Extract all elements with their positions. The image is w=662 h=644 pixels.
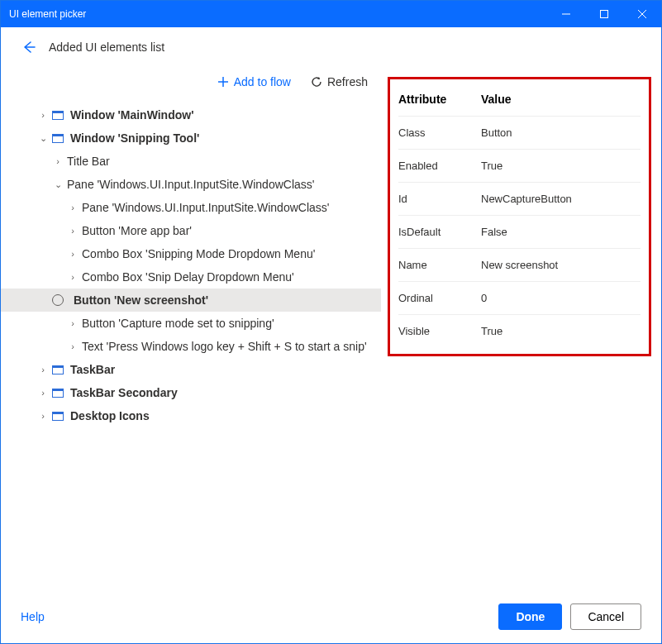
chevron-right-icon[interactable]: › — [67, 341, 79, 351]
attributes-pane: Attribute Value ClassButtonEnabledTrueId… — [381, 67, 661, 590]
tree-node[interactable]: ›Pane 'Windows.UI.Input.InputSite.Window… — [1, 196, 381, 219]
tree-node[interactable]: ›TaskBar Secondary — [1, 381, 381, 404]
header-attribute: Attribute — [398, 93, 481, 106]
tree-node-label: Desktop Icons — [70, 409, 150, 422]
tree-node[interactable]: ›TaskBar — [1, 358, 381, 381]
attribute-value: New screenshot — [481, 259, 558, 271]
cancel-button[interactable]: Cancel — [570, 603, 641, 630]
attributes-header: Attribute Value — [398, 86, 641, 116]
attributes-box: Attribute Value ClassButtonEnabledTrueId… — [388, 77, 651, 356]
attribute-value: True — [481, 160, 502, 172]
tree-node-label: Window 'Snipping Tool' — [70, 131, 199, 145]
attribute-name: Name — [398, 259, 481, 271]
tree-node-label: Title Bar — [67, 155, 110, 168]
attribute-value: 0 — [481, 292, 487, 304]
attribute-value: False — [481, 226, 507, 238]
maximize-button[interactable] — [585, 1, 623, 27]
tree-node[interactable]: Button 'New screenshot' — [1, 289, 381, 312]
add-to-flow-button[interactable]: Add to flow — [217, 75, 291, 88]
tree-node[interactable]: ›Title Bar — [1, 150, 381, 173]
tree-node-label: TaskBar Secondary — [70, 386, 178, 399]
tree-node[interactable]: ⌄Pane 'Windows.UI.Input.InputSite.Window… — [1, 173, 381, 196]
footer: Help Done Cancel — [1, 590, 661, 643]
refresh-button[interactable]: Refresh — [311, 75, 368, 88]
add-label: Add to flow — [234, 75, 291, 88]
close-button[interactable] — [623, 1, 661, 27]
attribute-row: ClassButton — [398, 116, 641, 149]
attribute-row: Ordinal0 — [398, 281, 641, 314]
tree-node-label: Combo Box 'Snip Delay Dropdown Menu' — [82, 270, 294, 284]
tree-node-label: Button 'More app bar' — [82, 224, 192, 237]
attribute-value: Button — [481, 126, 512, 139]
chevron-right-icon[interactable]: › — [67, 226, 79, 236]
chevron-right-icon[interactable]: › — [67, 318, 79, 328]
window-title: UI element picker — [9, 8, 86, 20]
tree-node-label: Button 'New screenshot' — [74, 293, 208, 307]
window-icon — [52, 111, 64, 120]
header: Added UI elements list — [1, 27, 661, 67]
minimize-button[interactable] — [547, 1, 585, 27]
attribute-row: IdNewCaptureButton — [398, 182, 641, 215]
tree-node-label: Combo Box 'Snipping Mode Dropdown Menu' — [82, 247, 315, 260]
tree-node[interactable]: ›Text 'Press Windows logo key + Shift + … — [1, 335, 381, 358]
window-icon — [52, 134, 64, 143]
attribute-value: NewCaptureButton — [481, 193, 572, 205]
tree-node-label: Text 'Press Windows logo key + Shift + S… — [82, 340, 367, 353]
attribute-row: EnabledTrue — [398, 149, 641, 182]
tree-node-label: Window 'MainWindow' — [70, 108, 194, 122]
radio-icon[interactable] — [52, 294, 64, 306]
chevron-right-icon[interactable]: › — [67, 272, 79, 282]
tree-node-label: Pane 'Windows.UI.Input.InputSite.WindowC… — [82, 201, 329, 214]
tree-node-label: Button 'Capture mode set to snipping' — [82, 317, 274, 330]
tree-node-label: Pane 'Windows.UI.Input.InputSite.WindowC… — [67, 178, 314, 191]
attribute-value: True — [481, 325, 502, 337]
header-value: Value — [481, 93, 512, 106]
page-title: Added UI elements list — [49, 41, 164, 54]
chevron-right-icon[interactable]: › — [37, 365, 49, 374]
attribute-name: Ordinal — [398, 292, 481, 304]
svg-rect-1 — [601, 11, 608, 18]
chevron-right-icon[interactable]: › — [37, 411, 49, 421]
tree-node[interactable]: ⌄Window 'Snipping Tool' — [1, 126, 381, 150]
attribute-name: Visible — [398, 325, 481, 337]
window-icon — [52, 389, 64, 398]
tree-node[interactable]: ›Button 'Capture mode set to snipping' — [1, 312, 381, 335]
back-button[interactable] — [21, 40, 36, 55]
attribute-name: Id — [398, 193, 481, 205]
tree-node[interactable]: ›Combo Box 'Snip Delay Dropdown Menu' — [1, 265, 381, 289]
attribute-name: Enabled — [398, 160, 481, 172]
chevron-right-icon[interactable]: › — [37, 388, 49, 398]
titlebar[interactable]: UI element picker — [1, 1, 661, 27]
chevron-down-icon[interactable]: ⌄ — [37, 133, 49, 144]
chevron-right-icon[interactable]: › — [37, 110, 49, 120]
tree-pane: Add to flow Refresh ›Window 'MainWindow'… — [1, 67, 381, 590]
attribute-name: Class — [398, 126, 481, 139]
tree[interactable]: ›Window 'MainWindow'⌄Window 'Snipping To… — [1, 97, 381, 427]
window-icon — [52, 412, 64, 421]
tree-node[interactable]: ›Window 'MainWindow' — [1, 103, 381, 126]
window-icon — [52, 365, 64, 374]
attribute-row: NameNew screenshot — [398, 248, 641, 281]
window: UI element picker Added UI elements list — [0, 0, 662, 644]
toolbar: Add to flow Refresh — [1, 67, 381, 97]
done-button[interactable]: Done — [498, 603, 562, 630]
tree-node[interactable]: ›Desktop Icons — [1, 404, 381, 427]
tree-node-label: TaskBar — [70, 363, 115, 376]
tree-node[interactable]: ›Button 'More app bar' — [1, 219, 381, 242]
chevron-right-icon[interactable]: › — [52, 156, 64, 166]
help-link[interactable]: Help — [21, 610, 45, 623]
refresh-label: Refresh — [327, 75, 368, 88]
tree-node[interactable]: ›Combo Box 'Snipping Mode Dropdown Menu' — [1, 242, 381, 265]
chevron-down-icon[interactable]: ⌄ — [52, 179, 64, 190]
attribute-row: IsDefaultFalse — [398, 215, 641, 248]
attribute-row: VisibleTrue — [398, 314, 641, 347]
chevron-right-icon[interactable]: › — [67, 249, 79, 259]
attribute-name: IsDefault — [398, 226, 481, 238]
content: Added UI elements list Add to flow Refre… — [1, 27, 661, 643]
chevron-right-icon[interactable]: › — [67, 203, 79, 212]
